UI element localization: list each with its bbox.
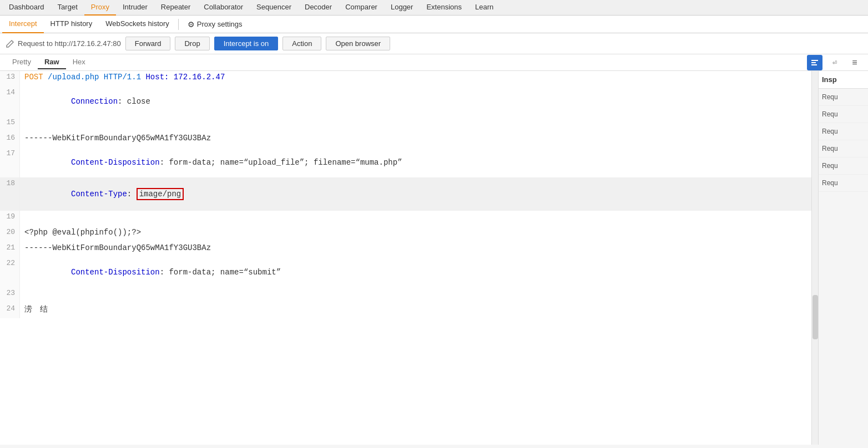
editor-line-22: 22 Content-Disposition: form-data; name=… [0,257,811,287]
inspector-item-6[interactable]: Requ [819,175,868,192]
nav-proxy[interactable]: Proxy [84,0,116,16]
line17-value: : form-data; name=“upload_file”; filenam… [160,158,402,167]
line-content-23[interactable] [20,287,811,303]
line18-value-highlighted[interactable]: image/png [137,188,184,200]
pen-icon [6,39,14,48]
line-content-16[interactable]: ------WebKitFormBoundaryQ65wMA1fY3GU3BAz [20,132,811,147]
line-number-15: 15 [0,116,20,132]
nav-target[interactable]: Target [51,0,84,16]
line-content-20[interactable]: <?php @eval(phpinfo());?> [20,226,811,242]
line-content-17[interactable]: Content-Disposition: form-data; name=“up… [20,147,811,177]
request-info: Request to http://172.16.2.47:80 [6,39,121,48]
line-number-17: 17 [0,147,20,177]
subnav-intercept[interactable]: Intercept [2,16,44,33]
editor-line-23: 23 [0,287,811,303]
view-toolbar-right: ⏎ ≡ [807,55,862,70]
tab-hex[interactable]: Hex [66,55,92,69]
svg-rect-2 [811,64,817,65]
intercept-toggle-button[interactable]: Intercept is on [214,37,279,50]
drop-button[interactable]: Drop [175,37,209,50]
menu-icon[interactable]: ≡ [847,55,862,70]
line-number-23: 23 [0,287,20,303]
line18-colon: : [127,190,137,198]
vertical-scrollbar[interactable] [811,71,818,445]
nav-comparer[interactable]: Comparer [339,0,384,16]
editor-line-19: 19 [0,211,811,226]
editor-line-15: 15 [0,116,811,132]
nav-repeater[interactable]: Repeater [154,0,197,16]
inspector-item-2[interactable]: Requ [819,106,868,123]
editor-content: 13 POST /upload.php HTTP/1.1 Host: 172.1… [0,71,811,318]
editor-line-18: 18 Content-Type: image/png [0,177,811,211]
svg-rect-1 [811,62,816,63]
format-icon[interactable] [807,55,822,70]
line-content-13[interactable]: POST /upload.php HTTP/1.1 Host: 172.16.2… [20,71,811,86]
editor-line-20: 20 <?php @eval(phpinfo());?> [0,226,811,242]
line13-blue-link: Host: 172.16.2.47 [145,73,225,82]
line-content-14[interactable]: Connection: close [20,86,811,116]
main-area: 13 POST /upload.php HTTP/1.1 Host: 172.1… [0,71,868,445]
tab-raw[interactable]: Raw [38,55,66,69]
sub-navigation: Intercept HTTP history WebSockets histor… [0,16,868,33]
svg-rect-0 [811,60,818,61]
line-number-24: 24 [0,303,20,318]
line-content-21[interactable]: ------WebKitFormBoundaryQ65wMA1fY3GU3BAz [20,242,811,257]
line-content-22[interactable]: Content-Disposition: form-data; name=“su… [20,257,811,287]
editor-line-13: 13 POST /upload.php HTTP/1.1 Host: 172.1… [0,71,811,86]
editor-line-24: 24 涝 结 [0,303,811,318]
line-number-20: 20 [0,226,20,242]
line-number-21: 21 [0,242,20,257]
toolbar: Request to http://172.16.2.47:80 Forward… [0,33,868,54]
line13-url-part: /upload.php HTTP/1.1 [48,73,141,82]
line-number-13: 13 [0,71,20,86]
line-number-18: 18 [0,177,20,211]
line13-orange-part: POST [24,73,43,82]
subnav-websockets-history[interactable]: WebSockets history [99,16,176,33]
line18-key: Content-Type [71,190,127,198]
nav-learn[interactable]: Learn [468,0,500,16]
editor-area[interactable]: 13 POST /upload.php HTTP/1.1 Host: 172.1… [0,71,811,445]
open-browser-button[interactable]: Open browser [326,37,390,50]
nav-sequencer[interactable]: Sequencer [250,0,298,16]
line-content-18[interactable]: Content-Type: image/png [20,177,811,211]
line-number-16: 16 [0,132,20,147]
gear-icon: ⚙ [188,20,195,29]
nav-decoder[interactable]: Decoder [298,0,339,16]
line-content-19[interactable] [20,211,811,226]
inspector-item-1[interactable]: Requ [819,89,868,106]
line17-key: Content-Disposition [71,158,160,167]
line-content-15[interactable] [20,116,811,132]
editor-line-16: 16 ------WebKitFormBoundaryQ65wMA1fY3GU3… [0,132,811,147]
nav-logger[interactable]: Logger [384,0,420,16]
line-number-19: 19 [0,211,20,226]
editor-line-21: 21 ------WebKitFormBoundaryQ65wMA1fY3GU3… [0,242,811,257]
nav-extensions[interactable]: Extensions [420,0,468,16]
line-content-24[interactable]: 涝 结 [20,303,811,318]
request-url: Request to http://172.16.2.47:80 [18,39,121,48]
view-tabs: Pretty Raw Hex ⏎ ≡ [0,54,868,71]
forward-button[interactable]: Forward [125,37,171,50]
line22-value: : form-data; name=“submit” [160,268,281,277]
nav-intruder[interactable]: Intruder [116,0,154,16]
scrollbar-thumb[interactable] [813,295,818,339]
tab-pretty[interactable]: Pretty [6,55,38,69]
subnav-proxy-settings[interactable]: ⚙ Proxy settings [181,18,249,31]
inspector-item-5[interactable]: Requ [819,157,868,175]
line-number-14: 14 [0,86,20,116]
editor-line-14: 14 Connection: close [0,86,811,116]
line14-key: Connection [71,97,118,106]
nav-dashboard[interactable]: Dashboard [2,0,51,16]
line-number-22: 22 [0,257,20,287]
action-button[interactable]: Action [282,37,321,50]
line14-colon: : close [118,97,150,106]
inspector-panel: Insp Requ Requ Requ Requ Requ Requ [818,71,868,445]
proxy-settings-label: Proxy settings [197,20,243,28]
inspector-item-3[interactable]: Requ [819,123,868,140]
editor-line-17: 17 Content-Disposition: form-data; name=… [0,147,811,177]
nav-collaborator[interactable]: Collaborator [197,0,250,16]
wrap-icon[interactable]: ⏎ [827,55,842,70]
inspector-item-4[interactable]: Requ [819,140,868,157]
subnav-divider [178,19,179,30]
subnav-http-history[interactable]: HTTP history [44,16,99,33]
top-navigation: Dashboard Target Proxy Intruder Repeater… [0,0,868,16]
